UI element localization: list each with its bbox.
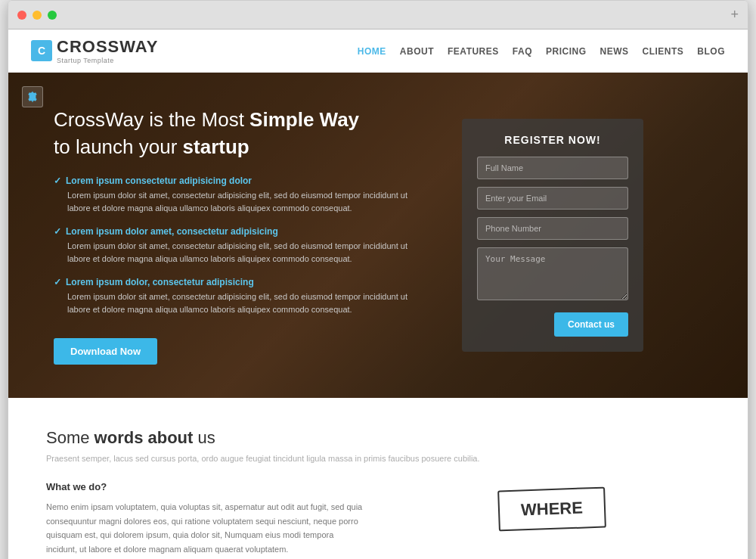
logo-title: CROSSWAY [57, 37, 158, 57]
nav-item-pricing[interactable]: PRICING [546, 44, 587, 57]
main-nav: HOME ABOUT FEATURES FAQ PRICING NEWS CLI… [358, 44, 725, 57]
about-content: What we do? Nemo enim ipsam voluptatem, … [46, 481, 710, 557]
nav-item-clients[interactable]: CLIENTS [642, 44, 683, 57]
logo-text-area: CROSSWAY Startup Template [57, 37, 158, 64]
hero-title-text1: CrossWay is the Most Simple Way [54, 108, 359, 131]
close-dot[interactable] [17, 11, 26, 20]
feature-title-3: Lorem ipsum dolor, consectetur adipisici… [54, 277, 432, 287]
nav-link-home[interactable]: HOME [358, 46, 386, 57]
feature-desc-2: Lorem ipsum dolor sit amet, consectetur … [54, 240, 432, 265]
email-input[interactable] [477, 187, 628, 210]
browser-chrome: + [8, 1, 748, 30]
fullname-input[interactable] [477, 157, 628, 179]
about-title: Some words about us [46, 428, 710, 448]
maximize-dot[interactable] [48, 11, 57, 20]
about-subtitle: Praesent semper, lacus sed cursus porta,… [46, 454, 710, 463]
nav-item-faq[interactable]: FAQ [513, 44, 532, 57]
about-left: What we do? Nemo enim ipsam voluptatem, … [46, 481, 363, 557]
phone-input[interactable] [477, 217, 628, 240]
about-section: Some words about us Praesent semper, lac… [8, 398, 748, 559]
logo-subtitle: Startup Template [57, 57, 158, 64]
message-textarea[interactable] [477, 247, 628, 300]
hero-content: CrossWay is the Most Simple Way to launc… [8, 76, 462, 396]
hero-title-bold1: Simple Way [249, 108, 359, 131]
about-right: WHERE [393, 481, 710, 557]
feature-desc-1: Lorem ipsum dolor sit amet, consectetur … [54, 189, 432, 214]
register-form-panel: REGISTER NOW! Contact us [462, 119, 643, 352]
nav-menu: HOME ABOUT FEATURES FAQ PRICING NEWS CLI… [358, 44, 725, 57]
register-title: REGISTER NOW! [477, 134, 628, 146]
contact-button[interactable]: Contact us [554, 312, 628, 337]
about-title-bold: words about [94, 428, 194, 447]
feature-item-1: Lorem ipsum consectetur adipisicing dolo… [54, 175, 432, 214]
what-we-do-title: What we do? [46, 481, 363, 492]
feature-title-2: Lorem ipsum dolor amet, consectetur adip… [54, 226, 432, 237]
site-wrapper: C CROSSWAY Startup Template HOME ABOUT F… [8, 30, 748, 559]
hero-title: CrossWay is the Most Simple Way to launc… [54, 106, 432, 161]
feature-list: Lorem ipsum consectetur adipisicing dolo… [54, 175, 432, 315]
feature-title-1: Lorem ipsum consectetur adipisicing dolo… [54, 175, 432, 186]
gear-icon [26, 91, 39, 103]
nav-item-news[interactable]: NEWS [600, 44, 628, 57]
feature-desc-3: Lorem ipsum dolor sit amet, consectetur … [54, 290, 432, 315]
download-button[interactable]: Download Now [54, 338, 157, 365]
nav-item-features[interactable]: FEATURES [448, 44, 499, 57]
hero-section: CrossWay is the Most Simple Way to launc… [8, 73, 748, 398]
nav-link-blog[interactable]: BLOG [697, 46, 725, 57]
logo-icon: C [31, 40, 52, 61]
minimize-dot[interactable] [33, 11, 42, 20]
hero-title-bold2: startup [183, 135, 249, 158]
browser-window: + C CROSSWAY Startup Template HOME ABOUT [8, 0, 748, 559]
hero-title-text2: to launch your startup [54, 135, 249, 158]
nav-link-about[interactable]: ABOUT [400, 46, 434, 57]
nav-link-news[interactable]: NEWS [600, 46, 628, 57]
feature-item-2: Lorem ipsum dolor amet, consectetur adip… [54, 226, 432, 265]
nav-item-about[interactable]: ABOUT [400, 44, 434, 57]
svg-text:C: C [38, 45, 45, 57]
what-we-do-text: Nemo enim ipsam voluptatem, quia volupta… [46, 500, 363, 557]
where-box: WHERE [497, 487, 606, 532]
site-header: C CROSSWAY Startup Template HOME ABOUT F… [8, 30, 748, 73]
nav-item-home[interactable]: HOME [358, 44, 386, 57]
nav-link-features[interactable]: FEATURES [448, 46, 499, 57]
feature-item-3: Lorem ipsum dolor, consectetur adipisici… [54, 277, 432, 315]
logo[interactable]: C CROSSWAY Startup Template [31, 37, 158, 64]
nav-item-blog[interactable]: BLOG [697, 44, 725, 57]
settings-icon-button[interactable] [22, 86, 43, 107]
new-tab-button[interactable]: + [730, 7, 739, 23]
nav-link-clients[interactable]: CLIENTS [642, 46, 683, 57]
nav-link-faq[interactable]: FAQ [513, 46, 532, 57]
nav-link-pricing[interactable]: PRICING [546, 46, 587, 57]
